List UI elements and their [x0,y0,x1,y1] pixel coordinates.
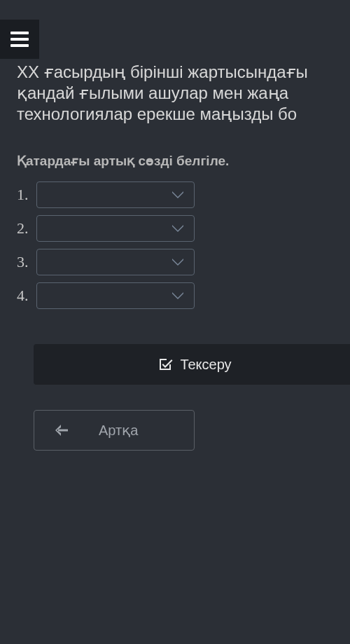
dropdown-number-1: 1. [17,186,36,204]
check-button[interactable]: Тексеру [34,344,350,385]
chevron-down-icon [172,258,184,266]
question-text: ХХ ғасырдың бірінші жартысындағы қандай … [17,62,350,125]
check-square-icon [158,357,173,372]
dropdown-select-3[interactable] [36,249,195,275]
dropdown-select-4[interactable] [36,282,195,309]
dropdown-select-1[interactable] [36,181,195,208]
svg-rect-3 [58,430,68,432]
svg-rect-1 [10,38,29,41]
arrow-left-icon [55,425,68,436]
hamburger-icon [10,32,29,47]
dropdown-number-4: 4. [17,287,36,305]
question-line-3: технологиялар ерекше маңызды бо [17,104,297,123]
chevron-down-icon [172,191,184,199]
dropdown-number-2: 2. [17,219,36,238]
dropdown-row-4: 4. [17,282,350,309]
dropdown-row-2: 2. [17,215,350,242]
check-button-label: Тексеру [180,357,231,373]
svg-rect-0 [10,32,29,34]
question-line-2: қандай ғылыми ашулар мен жаңа [17,83,288,102]
hamburger-menu-button[interactable] [0,20,39,59]
chevron-down-icon [172,292,184,300]
back-button-label: Артқа [99,422,138,439]
dropdown-row-3: 3. [17,249,350,275]
svg-rect-2 [10,44,29,47]
chevron-down-icon [172,224,184,233]
question-line-1: ХХ ғасырдың бірінші жартысындағы [17,62,308,81]
dropdown-number-3: 3. [17,253,36,271]
main-content: ХХ ғасырдың бірінші жартысындағы қандай … [0,0,350,451]
dropdown-row-1: 1. [17,181,350,208]
instruction-text: Қатардағы артық сөзді белгіле. [17,153,350,169]
dropdown-select-2[interactable] [36,215,195,242]
back-button[interactable]: Артқа [34,410,195,451]
